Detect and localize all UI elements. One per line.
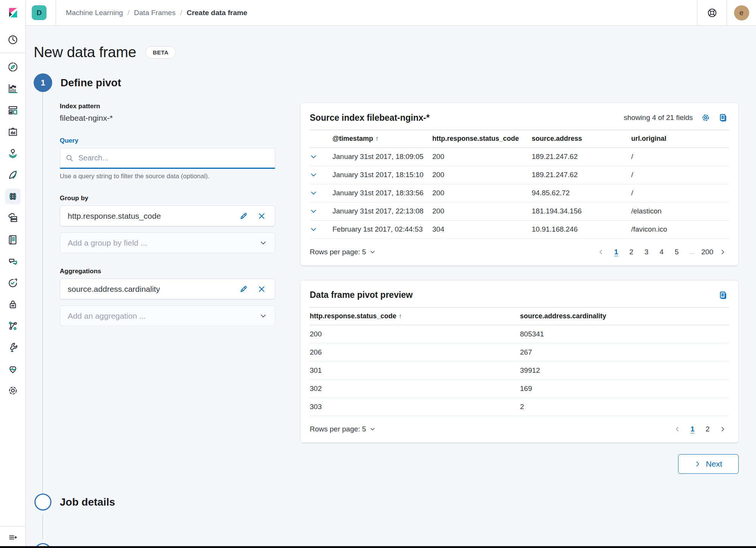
- sidebar-item-logs[interactable]: [0, 229, 26, 250]
- page-button-2[interactable]: 2: [701, 423, 714, 435]
- group-by-item-value: http.response.status_code: [68, 212, 238, 221]
- life-ring-help-icon: [707, 8, 717, 18]
- expand-row-button[interactable]: [310, 153, 332, 160]
- sidebar-collapse-button[interactable]: [0, 526, 26, 548]
- source-index-panel: Source index filebeat-nginx-* showing 4 …: [300, 103, 739, 266]
- step-1-number: 1: [34, 73, 52, 92]
- help-button[interactable]: [697, 0, 727, 25]
- step-1-body: Index pattern filebeat-nginx-* Query Use…: [42, 92, 739, 494]
- select-fields-button[interactable]: [700, 112, 712, 124]
- pivot-preview-table: http.response.status_code↑ source.addres…: [310, 308, 729, 416]
- sidebar-item-dev-tools[interactable]: [0, 336, 26, 358]
- next-page-button[interactable]: [716, 424, 729, 434]
- sidebar-divider: [0, 53, 26, 53]
- page-button-1[interactable]: 1: [686, 423, 699, 435]
- page-button-1[interactable]: 1: [610, 246, 622, 258]
- top-navigation-bar: D Machine Learning / Data Frames / Creat…: [26, 0, 756, 26]
- cell-status-code: 304: [432, 220, 532, 238]
- sidebar-item-discover[interactable]: [0, 56, 26, 78]
- close-icon: [258, 212, 266, 220]
- pivot-preview-panel-title: Data frame pivot preview: [310, 290, 413, 300]
- breadcrumb-separator: /: [127, 9, 129, 17]
- add-group-by-placeholder: Add a group by field ...: [68, 238, 259, 248]
- sidebar-item-infrastructure[interactable]: [0, 207, 26, 229]
- sidebar-item-siem[interactable]: [0, 250, 26, 272]
- add-aggregation-dropdown[interactable]: Add an aggregation ...: [60, 305, 275, 326]
- add-group-by-dropdown[interactable]: Add a group by field ...: [60, 232, 275, 253]
- chevron-right-icon: [719, 426, 726, 433]
- cell-url-original: /favicon.ico: [631, 220, 729, 238]
- sidebar-item-recently-viewed[interactable]: [0, 29, 26, 50]
- column-header-source-address[interactable]: source.address: [532, 130, 631, 148]
- cell-status-code: 302: [310, 380, 520, 398]
- close-icon: [258, 285, 266, 293]
- column-header-status-code[interactable]: http.response.status_code↑: [310, 308, 520, 325]
- column-header-timestamp[interactable]: @timestamp↑: [332, 130, 432, 148]
- column-header-url-original[interactable]: url.original: [631, 130, 729, 148]
- next-page-button[interactable]: [716, 247, 729, 257]
- sidebar-item-management[interactable]: [0, 380, 26, 401]
- edit-aggregation-button[interactable]: [238, 283, 249, 295]
- step-connector-line: [42, 514, 739, 539]
- table-row: January 31st 2017, 18:15:10 200 189.21.2…: [310, 166, 729, 184]
- sidebar-item-visualize[interactable]: [0, 78, 26, 99]
- sidebar-nav: [0, 0, 26, 548]
- kibana-logo[interactable]: [0, 0, 26, 26]
- sidebar-item-dashboard[interactable]: [0, 99, 26, 121]
- table-row: February 1st 2017, 02:44:53 304 10.91.16…: [310, 220, 729, 238]
- breadcrumb: Machine Learning / Data Frames / Create …: [66, 9, 247, 17]
- pivot-preview-panel: Data frame pivot preview: [300, 280, 739, 443]
- sidebar-item-apm[interactable]: [0, 164, 26, 185]
- copy-to-clipboard-button[interactable]: [717, 289, 729, 301]
- page-button-5[interactable]: 5: [670, 246, 683, 258]
- sidebar-item-uptime[interactable]: [0, 272, 26, 293]
- table-row: 303 2: [310, 398, 729, 416]
- remove-group-by-button[interactable]: [256, 210, 267, 222]
- sidebar-item-machine-learning[interactable]: [0, 185, 26, 207]
- cell-status-code: 206: [310, 343, 520, 361]
- remove-aggregation-button[interactable]: [256, 283, 267, 295]
- sidebar-item-maps[interactable]: [0, 142, 26, 164]
- page-button-4[interactable]: 4: [655, 246, 668, 258]
- cell-url-original: /: [631, 148, 729, 166]
- expand-row-button[interactable]: [310, 171, 332, 179]
- copy-to-clipboard-button[interactable]: [717, 112, 729, 124]
- column-header-cardinality[interactable]: source.address.cardinality: [520, 308, 729, 325]
- cell-cardinality: 267: [520, 343, 729, 361]
- dashboard-icon: [7, 104, 19, 116]
- lock-icon: [7, 299, 19, 310]
- cell-timestamp: January 31st 2017, 18:09:05: [332, 148, 432, 166]
- sidebar-item-canvas[interactable]: [0, 121, 26, 142]
- expand-row-button[interactable]: [310, 226, 332, 233]
- query-label: Query: [60, 137, 275, 145]
- sidebar-item-graph[interactable]: [0, 315, 26, 336]
- column-header-status-code[interactable]: http.response.status_code: [432, 130, 532, 148]
- user-menu-button[interactable]: e: [727, 0, 756, 25]
- rows-per-page-select[interactable]: Rows per page: 5: [310, 425, 376, 433]
- edit-group-by-button[interactable]: [238, 210, 249, 222]
- breadcrumb-current-create-data-frame: Create data frame: [186, 9, 247, 17]
- chevron-left-icon: [598, 249, 604, 255]
- step-2-header: Job details: [34, 494, 739, 511]
- expand-row-button[interactable]: [310, 207, 332, 215]
- cell-timestamp: January 31st 2017, 18:33:56: [332, 184, 432, 202]
- sidebar-item-security[interactable]: [0, 293, 26, 315]
- sidebar-item-monitoring[interactable]: [0, 358, 26, 380]
- next-button[interactable]: Next: [678, 454, 739, 474]
- cell-status-code: 200: [310, 325, 520, 343]
- chevron-right-icon: [719, 249, 726, 255]
- query-search-input[interactable]: [78, 154, 270, 162]
- breadcrumb-item-data-frames[interactable]: Data Frames: [134, 9, 175, 17]
- add-aggregation-placeholder: Add an aggregation ...: [68, 311, 259, 321]
- page-button-2[interactable]: 2: [625, 246, 638, 258]
- page-button-200[interactable]: 200: [700, 246, 714, 258]
- expand-row-button[interactable]: [310, 189, 332, 197]
- cell-cardinality: 39912: [520, 361, 729, 380]
- page-button-3[interactable]: 3: [640, 246, 653, 258]
- rows-per-page-select[interactable]: Rows per page: 5: [310, 248, 376, 256]
- query-search-box: [60, 148, 275, 169]
- breadcrumb-item-machine-learning[interactable]: Machine Learning: [66, 9, 123, 17]
- query-help-text: Use a query string to filter the source …: [60, 173, 275, 180]
- index-pattern-label: Index pattern: [60, 103, 275, 110]
- space-badge[interactable]: D: [32, 5, 47, 20]
